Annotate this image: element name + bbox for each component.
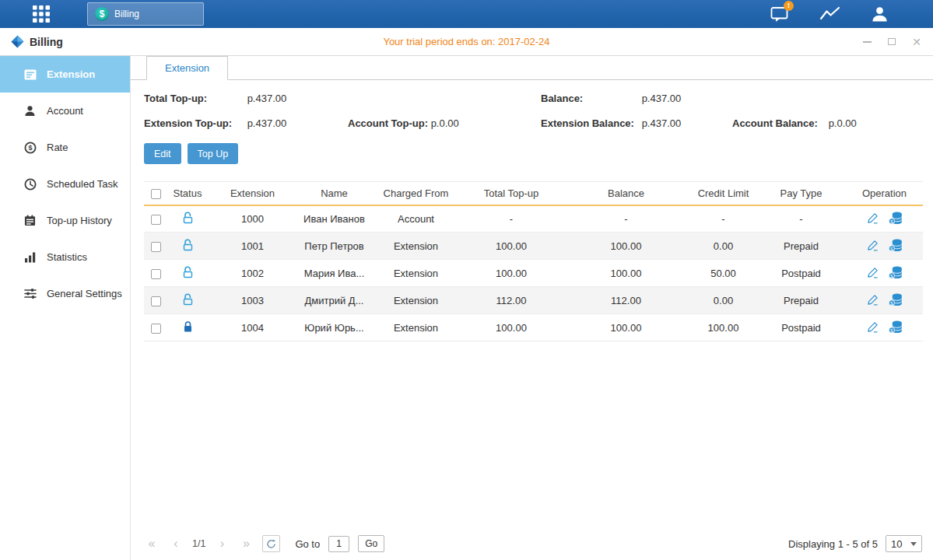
first-page-button[interactable]: «: [144, 537, 160, 551]
minimize-icon[interactable]: [861, 37, 872, 47]
lock-open-icon[interactable]: [182, 239, 194, 251]
page-size-select[interactable]: 10: [886, 535, 922, 552]
account-topup-value: p.0.00: [431, 117, 459, 129]
sidebar-item-rate[interactable]: $ Rate: [0, 129, 130, 166]
action-buttons: Edit Top Up: [144, 143, 933, 164]
col-extension: Extension: [208, 182, 297, 205]
edit-pencil-icon[interactable]: [867, 212, 879, 224]
summary-extension-topup: Extension Top-up: p.437.00: [144, 117, 348, 129]
topbar: $ Billing !: [0, 0, 933, 28]
edit-button[interactable]: Edit: [144, 143, 181, 164]
account-balance-label: Account Balance:: [732, 117, 826, 129]
sidebar-item-label: General Settings: [47, 288, 122, 299]
lock-open-icon[interactable]: [182, 212, 194, 224]
apps-grid-icon[interactable]: [30, 2, 53, 26]
rate-icon: $: [23, 141, 37, 154]
top-up-button[interactable]: Top Up: [188, 143, 239, 164]
col-balance: Balance: [562, 182, 690, 205]
cell-credit-limit: 50.00: [690, 260, 756, 287]
prev-page-button[interactable]: ‹: [168, 537, 184, 551]
line-chart-icon[interactable]: [818, 4, 841, 24]
page-indicator: 1/1: [192, 538, 205, 549]
next-page-button[interactable]: ›: [214, 537, 230, 551]
edit-pencil-icon[interactable]: [867, 294, 879, 306]
edit-pencil-icon[interactable]: [867, 240, 879, 251]
goto-page-input[interactable]: [328, 536, 349, 552]
sidebar-item-extension[interactable]: Extension: [0, 56, 130, 93]
edit-pencil-icon[interactable]: [867, 321, 879, 333]
extension-topup-label: Extension Top-up:: [144, 117, 244, 129]
pagination-bar: « ‹ 1/1 › » Go to Go Di: [144, 535, 922, 552]
cell-total-topup: -: [461, 205, 562, 233]
cell-extension: 1004: [208, 314, 297, 341]
table-header-row: Status Extension Name Charged From Total…: [144, 182, 923, 205]
col-name: Name: [297, 182, 371, 205]
go-button[interactable]: Go: [358, 535, 384, 552]
row-checkbox[interactable]: [151, 242, 161, 252]
sidebar-item-general-settings[interactable]: General Settings: [0, 275, 130, 312]
row-checkbox[interactable]: [151, 324, 161, 334]
messages-icon[interactable]: !: [768, 4, 791, 24]
lock-open-icon[interactable]: [182, 266, 194, 278]
cell-credit-limit: -: [690, 205, 756, 233]
billing-app-window: $ Billing !: [0, 0, 933, 560]
summary-account-topup: Account Top-up: p.0.00: [348, 117, 541, 129]
titlebar: Billing Your trial period ends on: 2017-…: [0, 28, 933, 56]
maximize-icon[interactable]: [886, 37, 897, 47]
topbar-tab-billing[interactable]: $ Billing: [87, 2, 204, 26]
notification-badge: !: [784, 1, 794, 11]
table-row: 1002 Мария Ива... Extension 100.00 100.0…: [144, 260, 923, 287]
chevron-down-icon: [910, 542, 917, 546]
displaying-text: Displaying 1 - 5 of 5: [788, 538, 878, 550]
topup-coins-icon[interactable]: $: [889, 293, 903, 306]
user-icon[interactable]: [868, 4, 891, 24]
cell-balance: 100.00: [562, 314, 690, 341]
sidebar-item-statistics[interactable]: Statistics: [0, 239, 130, 275]
refresh-button[interactable]: [262, 535, 280, 552]
table-row: 1003 Дмитрий Д... Extension 112.00 112.0…: [144, 287, 923, 314]
cell-charged-from: Extension: [371, 233, 461, 260]
table-row: 1004 Юрий Юрь... Extension 100.00 100.00…: [144, 314, 923, 341]
extension-icon: [23, 68, 37, 81]
cell-extension: 1003: [208, 287, 297, 314]
topup-coins-icon[interactable]: $: [889, 212, 903, 225]
total-topup-label: Total Top-up:: [144, 93, 244, 104]
cell-extension: 1001: [208, 233, 297, 260]
cell-pay-type: -: [756, 205, 846, 233]
cell-charged-from: Extension: [371, 314, 461, 341]
cell-charged-from: Account: [371, 205, 461, 233]
page-size-value: 10: [891, 538, 902, 550]
last-page-button[interactable]: »: [238, 537, 254, 551]
tab-extension[interactable]: Extension: [146, 56, 228, 80]
account-topup-label: Account Top-up:: [348, 117, 428, 129]
col-charged-from: Charged From: [371, 182, 461, 205]
cell-credit-limit: 100.00: [690, 314, 756, 341]
topup-coins-icon[interactable]: $: [889, 320, 903, 334]
topup-coins-icon[interactable]: $: [889, 239, 903, 252]
summary-total-topup: Total Top-up: p.437.00: [144, 93, 348, 104]
topup-history-icon: [23, 214, 37, 227]
edit-pencil-icon[interactable]: [867, 267, 879, 278]
close-icon[interactable]: ✕: [911, 37, 922, 47]
sidebar: Extension Account $ Rate Scheduled Task: [0, 56, 131, 560]
sidebar-item-account[interactable]: Account: [0, 93, 130, 129]
topup-coins-icon[interactable]: $: [889, 266, 903, 279]
cell-name: Юрий Юрь...: [297, 314, 371, 341]
sidebar-item-scheduled-task[interactable]: Scheduled Task: [0, 166, 130, 202]
sidebar-item-topup-history[interactable]: Top-up History: [0, 202, 130, 239]
refresh-icon: [266, 539, 276, 549]
account-icon: [23, 104, 37, 117]
cell-credit-limit: 0.00: [690, 287, 756, 314]
lock-open-icon[interactable]: [182, 293, 194, 306]
trial-notice: Your trial period ends on: 2017-02-24: [0, 36, 933, 47]
row-checkbox[interactable]: [151, 296, 161, 306]
cell-total-topup: 100.00: [461, 233, 562, 260]
topbar-tab-label: Billing: [114, 9, 139, 19]
row-checkbox[interactable]: [151, 269, 161, 279]
lock-closed-icon[interactable]: [182, 320, 194, 333]
pagination-controls: « ‹ 1/1 › » Go to Go: [144, 535, 384, 552]
summary-spacer: [732, 93, 922, 104]
sidebar-item-label: Extension: [47, 68, 95, 80]
row-checkbox[interactable]: [151, 215, 161, 225]
select-all-checkbox[interactable]: [151, 189, 161, 199]
